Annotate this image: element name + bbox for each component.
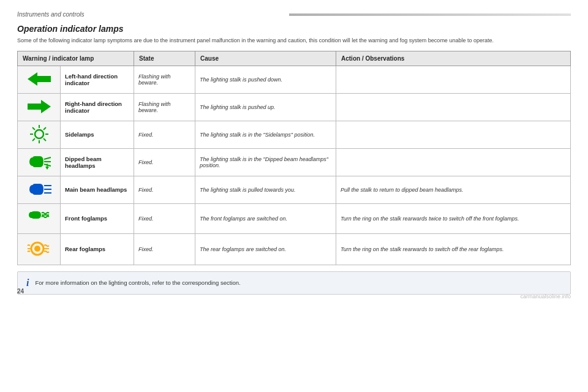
icon-cell-main (18, 176, 61, 203)
label-sidelamps: Sidelamps (61, 121, 134, 148)
action-rear-fog: Turn the ring on the stalk rearwards to … (336, 233, 571, 265)
action-front-fog: Turn the ring on the stalk rearwards twi… (336, 203, 571, 233)
table-row: Dipped beam headlamps Fixed. The lightin… (18, 148, 571, 176)
svg-point-23 (29, 212, 34, 218)
state-main: Fixed. (134, 176, 195, 203)
svg-point-19 (29, 185, 36, 194)
action-right-direction (336, 93, 571, 121)
cause-rear-fog: The rear foglamps are switched on. (195, 233, 336, 265)
action-sidelamps (336, 121, 571, 148)
label-dipped: Dipped beam headlamps (61, 148, 134, 176)
table-row: Sidelamps Fixed. The lighting stalk is i… (18, 121, 571, 148)
label-left-direction: Left-hand direction indicator (61, 66, 134, 93)
svg-marker-0 (28, 72, 37, 86)
page-number: 24 (17, 288, 24, 295)
svg-point-26 (34, 246, 40, 252)
table-row: Left-hand direction indicator Flashing w… (18, 66, 571, 93)
section-desc: Some of the following indicator lamp sym… (17, 37, 571, 45)
svg-rect-1 (37, 76, 51, 82)
info-text: For more information on the lighting con… (35, 279, 240, 286)
icon-cell-sidelamp (18, 121, 61, 148)
svg-marker-18 (45, 167, 49, 170)
col-state: State (134, 51, 195, 66)
svg-line-10 (43, 138, 46, 141)
state-sidelamps: Fixed. (134, 121, 195, 148)
state-dipped: Fixed. (134, 148, 195, 176)
table-row: Rear foglamps Fixed. The rear foglamps a… (18, 233, 571, 265)
icon-cell-rear-fog (18, 233, 61, 265)
state-left-direction: Flashing with beware. (134, 66, 195, 93)
table-row: Right-hand direction indicator Flashing … (18, 93, 571, 121)
cause-main: The lighting stalk is pulled towards you… (195, 176, 336, 203)
icon-cell-left-arrow (18, 66, 61, 93)
col-cause: Cause (195, 51, 336, 66)
svg-line-14 (44, 157, 51, 159)
cause-left-direction: The lighting stalk is pushed down. (195, 66, 336, 93)
state-front-fog: Fixed. (134, 203, 195, 233)
svg-point-13 (29, 157, 36, 166)
cause-dipped: The lighting stalk is in the "Dipped bea… (195, 148, 336, 176)
cause-sidelamps: The lighting stalk is in the "Sidelamps"… (195, 121, 336, 148)
header-title: Instruments and controls (17, 11, 277, 18)
icon-cell-front-fog (18, 203, 61, 233)
svg-line-9 (32, 127, 35, 130)
table-row: Main beam headlamps Fixed. The lighting … (18, 176, 571, 203)
info-box: i For more information on the lighting c… (17, 271, 571, 295)
state-rear-fog: Fixed. (134, 233, 195, 265)
action-left-direction (336, 66, 571, 93)
svg-marker-2 (41, 100, 51, 113)
section-title: Operation indicator lamps (17, 24, 571, 34)
label-rear-fog: Rear foglamps (61, 233, 134, 265)
col-warning: Warning / indicator lamp (18, 51, 134, 66)
cause-right-direction: The lighting stalk is pushed up. (195, 93, 336, 121)
label-main: Main beam headlamps (61, 176, 134, 203)
action-main: Pull the stalk to return to dipped beam … (336, 176, 571, 203)
svg-line-11 (43, 127, 46, 130)
icon-cell-right-arrow (18, 93, 61, 121)
icon-cell-dipped (18, 148, 61, 176)
header-line (289, 13, 571, 16)
action-dipped (336, 148, 571, 176)
svg-line-12 (32, 138, 35, 141)
info-icon: i (26, 277, 29, 288)
indicator-lamp-table: Warning / indicator lamp State Cause Act… (17, 51, 571, 265)
label-front-fog: Front foglamps (61, 203, 134, 233)
table-row: Front foglamps Fixed. The front foglamps… (18, 203, 571, 233)
svg-point-4 (35, 130, 43, 138)
watermark: carmanualsoline.info (520, 293, 571, 300)
svg-rect-3 (28, 104, 41, 110)
col-action: Action / Observations (336, 51, 571, 66)
label-right-direction: Right-hand direction indicator (61, 93, 134, 121)
state-right-direction: Flashing with beware. (134, 93, 195, 121)
cause-front-fog: The front foglamps are switched on. (195, 203, 336, 233)
